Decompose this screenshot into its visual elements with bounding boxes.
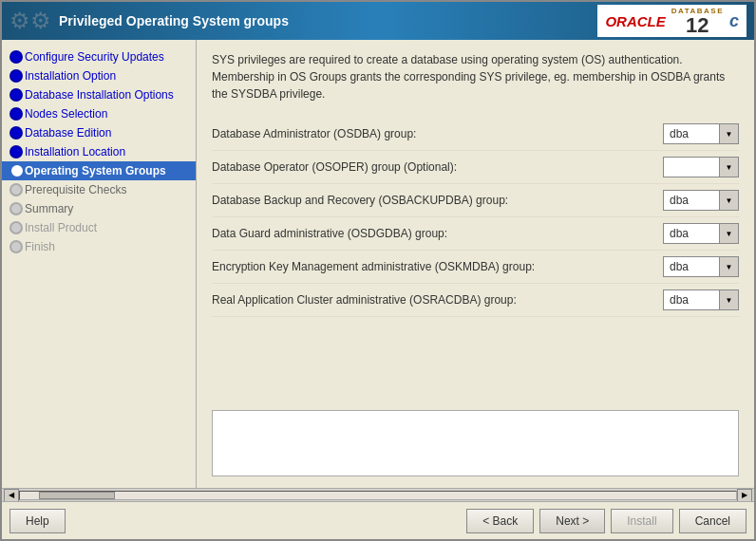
back-button[interactable]: < Back [466,509,534,533]
sidebar-item-database-installation-options[interactable]: Database Installation Options [2,85,196,104]
sidebar-item-finish[interactable]: Finish [2,237,196,256]
sidebar-item-installation-location[interactable]: Installation Location [2,142,196,161]
form-row-osdgdba: Data Guard administrative (OSDGDBA) grou… [212,217,739,251]
sidebar-item-label: Database Edition [25,126,111,140]
description-text: SYS privileges are required to create a … [212,51,739,103]
sidebar-item-database-edition[interactable]: Database Edition [2,123,196,142]
form-area: Database Administrator (OSDBA) group:dba… [212,118,739,402]
oracle-db-badge: DATABASE 12 [671,7,724,36]
main-window: ⚙⚙ Privileged Operating System groups OR… [0,0,756,541]
dropdown-arrow-oskmdba[interactable]: ▼ [719,257,738,276]
dropdown-value-osdba: dba [664,125,719,142]
title-bar: ⚙⚙ Privileged Operating System groups OR… [2,2,754,40]
control-oskmdba: dba▼ [663,256,739,277]
control-osbackupdba: dba▼ [663,190,739,211]
dropdown-value-osracdba: dba [664,291,719,308]
cancel-button[interactable]: Cancel [679,509,747,533]
nav-buttons: < Back Next > Install Cancel [466,509,747,533]
dropdown-arrow-osracdba[interactable]: ▼ [719,290,738,309]
sidebar-item-label: Configure Security Updates [25,50,164,64]
scroll-right-arrow[interactable]: ▶ [737,489,752,502]
window-title: Privileged Operating System groups [59,13,289,28]
dropdown-value-osdgdba: dba [664,225,719,242]
dropdown-value-oskmdba: dba [664,258,719,275]
sidebar-item-label: Database Installation Options [25,88,174,102]
control-osracdba: dba▼ [663,289,739,310]
dropdown-osoper[interactable]: ▼ [663,157,739,177]
main-content: Configure Security Updates Installation … [2,40,754,488]
label-oskmdba: Encryption Key Management administrative… [212,260,663,273]
title-bar-left: ⚙⚙ Privileged Operating System groups [9,8,289,34]
sidebar-item-label: Finish [25,240,55,253]
scrollbar-area: ◀ ▶ [2,488,754,501]
dropdown-osdba[interactable]: dba▼ [663,123,739,144]
oracle-logo-area: ORACLE DATABASE 12 c [597,5,747,37]
sidebar: Configure Security Updates Installation … [2,40,197,488]
sidebar-item-label: Install Product [25,221,97,234]
sidebar-item-label: Operating System Groups [25,164,166,177]
scrollbar-track [19,491,737,500]
next-button[interactable]: Next > [539,509,605,533]
sidebar-item-nodes-selection[interactable]: Nodes Selection [2,104,196,123]
version-c: c [729,11,739,31]
dropdown-oskmdba[interactable]: dba▼ [663,256,739,277]
form-row-osdba: Database Administrator (OSDBA) group:dba… [212,118,739,151]
oracle-text: ORACLE [605,13,665,29]
label-osbackupdba: Database Backup and Recovery (OSBACKUPDB… [212,194,663,207]
dropdown-osracdba[interactable]: dba▼ [663,289,739,310]
sidebar-item-configure-security[interactable]: Configure Security Updates [2,47,196,66]
scroll-left-arrow[interactable]: ◀ [4,489,19,502]
dropdown-arrow-osdgdba[interactable]: ▼ [719,224,738,243]
form-row-osoper: Database Operator (OSOPER) group (Option… [212,151,739,184]
version-label: 12 [686,15,709,36]
dropdown-arrow-osoper[interactable]: ▼ [719,158,738,177]
dropdown-osdgdba[interactable]: dba▼ [663,223,739,244]
sidebar-item-installation-option[interactable]: Installation Option [2,66,196,85]
dropdown-osbackupdba[interactable]: dba▼ [663,190,739,211]
log-text-area[interactable] [212,410,739,476]
dropdown-arrow-osdba[interactable]: ▼ [719,124,738,143]
form-row-osracdba: Real Application Cluster administrative … [212,284,739,317]
help-button[interactable]: Help [9,509,66,533]
sidebar-item-operating-system-groups[interactable]: Operating System Groups [2,161,196,180]
install-button[interactable]: Install [611,509,672,533]
content-panel: SYS privileges are required to create a … [197,40,754,488]
dropdown-value-osoper [664,165,719,169]
label-osdba: Database Administrator (OSDBA) group: [212,127,663,140]
gear-icon: ⚙⚙ [9,8,51,34]
sidebar-item-label: Nodes Selection [25,107,107,121]
sidebar-item-label: Installation Option [25,69,116,83]
sidebar-item-summary[interactable]: Summary [2,199,196,218]
sidebar-item-install-product[interactable]: Install Product [2,218,196,237]
form-row-osbackupdba: Database Backup and Recovery (OSBACKUPDB… [212,184,739,217]
label-osracdba: Real Application Cluster administrative … [212,293,663,307]
form-row-oskmdba: Encryption Key Management administrative… [212,251,739,284]
control-osoper: ▼ [663,157,739,177]
control-osdgdba: dba▼ [663,223,739,244]
scrollbar-thumb[interactable] [39,492,115,499]
label-osdgdba: Data Guard administrative (OSDGDBA) grou… [212,227,663,240]
sidebar-item-label: Installation Location [25,145,125,159]
bottom-bar: Help < Back Next > Install Cancel [2,501,754,539]
sidebar-item-prerequisite-checks[interactable]: Prerequisite Checks [2,180,196,199]
dropdown-value-osbackupdba: dba [664,192,719,209]
control-osdba: dba▼ [663,123,739,144]
sidebar-item-label: Summary [25,202,73,215]
dropdown-arrow-osbackupdba[interactable]: ▼ [719,191,738,210]
sidebar-item-label: Prerequisite Checks [25,183,126,196]
label-osoper: Database Operator (OSOPER) group (Option… [212,160,663,174]
